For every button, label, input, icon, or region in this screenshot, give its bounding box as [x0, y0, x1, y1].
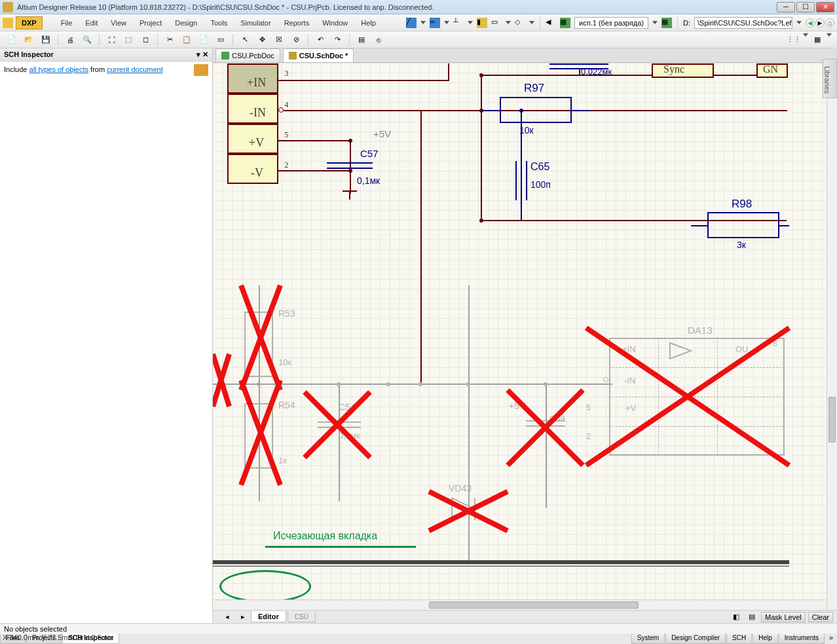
include-types-link[interactable]: all types of objects: [29, 65, 89, 73]
redo-icon[interactable]: ↷: [331, 33, 344, 46]
menu-simulator[interactable]: Simulator: [234, 16, 277, 29]
filter-icon[interactable]: ▤: [745, 611, 758, 624]
zoom-area-icon[interactable]: ⬚: [122, 33, 135, 46]
dropdown-arrow-icon[interactable]: [444, 21, 449, 24]
dropdown-arrow-icon[interactable]: [468, 21, 473, 24]
scroll-right-icon[interactable]: ▸: [235, 613, 251, 621]
menu-project[interactable]: Project: [133, 16, 168, 29]
paste-icon[interactable]: 📄: [197, 33, 210, 46]
dropdown-arrow-icon[interactable]: [506, 21, 511, 24]
status-tab-design-compiler[interactable]: Design Compiler: [665, 634, 726, 644]
zoom-select-icon[interactable]: ◻: [139, 33, 152, 46]
rubber-icon[interactable]: ▭: [214, 33, 227, 46]
libraries-tab[interactable]: Libraries: [823, 59, 837, 98]
pin-name: +IN: [247, 76, 266, 90]
maximize-button[interactable]: ☐: [796, 2, 815, 12]
cap-plate: [327, 162, 373, 164]
variant-arrow-icon[interactable]: [652, 21, 658, 24]
annotation-text: Исчезающая вкладка: [273, 530, 377, 542]
clear-button[interactable]: Clear: [808, 612, 833, 622]
grid-dots-icon[interactable]: ⋮⋮: [787, 33, 800, 46]
deselect-icon[interactable]: ☒: [272, 33, 286, 46]
toolbar-secondary: 📄 📂 💾 🖨 🔍 ⛶ ⬚ ◻ ✂ 📋 📄 ▭ ↖ ✥ ☒ ⊘ ↶ ↷ ▤ ⎋ …: [0, 31, 837, 48]
editor-tab-editor[interactable]: Editor: [251, 611, 286, 622]
wire: [572, 110, 590, 111]
nav-back-button[interactable]: ◄: [806, 18, 815, 27]
sch-inspector-panel: SCH Inspector ▾ ✕ Include all types of o…: [0, 48, 213, 623]
move-icon[interactable]: ✥: [255, 33, 269, 46]
print-icon[interactable]: 🖨: [64, 33, 77, 46]
pcb-icon: [221, 52, 229, 60]
schematic-canvas[interactable]: +IN -IN +V -V 3 4 5 2 +5V C57: [213, 63, 837, 610]
variant-config-icon[interactable]: ▦: [560, 18, 570, 28]
place-net-icon[interactable]: ┴: [453, 18, 464, 28]
nav-fwd-button[interactable]: ►: [815, 18, 825, 27]
menu-tools[interactable]: Tools: [204, 16, 234, 29]
dropdown-arrow-icon[interactable]: [827, 33, 832, 37]
red-cross-icon: [583, 325, 792, 470]
menu-chevron-icon[interactable]: »: [825, 634, 837, 644]
nav-home-button[interactable]: ⌂: [825, 18, 834, 27]
copy-icon[interactable]: 📋: [180, 33, 193, 46]
undo-icon[interactable]: ↶: [314, 33, 327, 46]
panel-menu-icon[interactable]: ▾ ✕: [196, 50, 208, 59]
new-doc-icon[interactable]: 📄: [5, 33, 18, 46]
close-button[interactable]: ✕: [816, 2, 834, 12]
place-bus-icon[interactable]: ═: [430, 18, 440, 28]
grid-lines-icon[interactable]: ▦: [811, 33, 824, 46]
variant-next-icon[interactable]: ▦: [661, 18, 672, 28]
variant-prev-icon[interactable]: ◀: [546, 18, 556, 28]
doctab-pcbdoc[interactable]: CSU.PcbDoc: [215, 48, 280, 62]
gray-junction: [466, 382, 470, 386]
mask-icon[interactable]: ◧: [730, 611, 743, 624]
status-coordinates: X:340.0mm Y:77.5mm Grid:2.5mm: [3, 634, 113, 641]
red-cross-icon: [504, 387, 586, 470]
select-icon[interactable]: ↖: [238, 33, 251, 46]
menubar: DXP File Edit View Project Design Tools …: [0, 14, 837, 31]
app-icon: [3, 2, 13, 12]
cross-probe-icon[interactable]: ⎋: [372, 33, 385, 46]
status-tab-instruments[interactable]: Instruments: [779, 634, 825, 644]
place-part-icon[interactable]: ◇: [515, 18, 525, 28]
cut-icon[interactable]: ✂: [163, 33, 176, 46]
open-icon[interactable]: 📂: [22, 33, 35, 46]
hierarchy-icon[interactable]: ▤: [355, 33, 368, 46]
component-ref: R98: [732, 198, 752, 211]
menu-view[interactable]: View: [104, 16, 133, 29]
place-sheet-icon[interactable]: ▭: [491, 18, 502, 28]
dxp-button[interactable]: DXP: [16, 16, 43, 29]
vertical-scrollbar[interactable]: [827, 63, 837, 610]
menu-edit[interactable]: Edit: [79, 16, 104, 29]
dropdown-arrow-icon[interactable]: [529, 21, 534, 24]
include-doc-link[interactable]: current document: [107, 65, 163, 73]
selection-status: No objects selected: [4, 625, 67, 633]
include-mid: from: [90, 65, 105, 73]
editor-tab-csu[interactable]: CSU: [288, 612, 316, 622]
sch-icon: [289, 52, 297, 60]
menu-reports[interactable]: Reports: [278, 16, 316, 29]
pin-number: 2: [284, 160, 289, 170]
dropdown-arrow-icon[interactable]: [803, 33, 808, 37]
mask-level-button[interactable]: Mask Level: [761, 612, 806, 622]
save-icon[interactable]: 💾: [39, 33, 52, 46]
doctab-schdoc[interactable]: CSU.SchDoc *: [283, 48, 354, 62]
menu-design[interactable]: Design: [168, 16, 204, 29]
horizontal-scrollbar[interactable]: [213, 599, 827, 610]
variant-dropdown[interactable]: исп.1 (без разряда): [574, 17, 648, 29]
path-arrow-icon[interactable]: [796, 21, 802, 24]
zoom-fit-icon[interactable]: ⛶: [105, 33, 118, 46]
minimize-button[interactable]: ─: [777, 2, 795, 12]
menu-file[interactable]: File: [54, 16, 79, 29]
status-tab-help[interactable]: Help: [753, 634, 778, 644]
path-field[interactable]: \Spirit\CSU\CSU.SchDoc?Left=12: [694, 17, 792, 29]
menu-help[interactable]: Help: [354, 16, 382, 29]
place-wire-icon[interactable]: ╱: [406, 18, 417, 28]
status-tab-system[interactable]: System: [631, 634, 665, 644]
place-port-icon[interactable]: ▮: [477, 18, 487, 28]
scroll-left-icon[interactable]: ◂: [219, 613, 235, 621]
menu-window[interactable]: Window: [316, 16, 354, 29]
status-tab-sch[interactable]: SCH: [726, 634, 752, 644]
dropdown-arrow-icon[interactable]: [420, 21, 426, 24]
clear-icon[interactable]: ⊘: [289, 33, 303, 46]
preview-icon[interactable]: 🔍: [81, 33, 94, 46]
